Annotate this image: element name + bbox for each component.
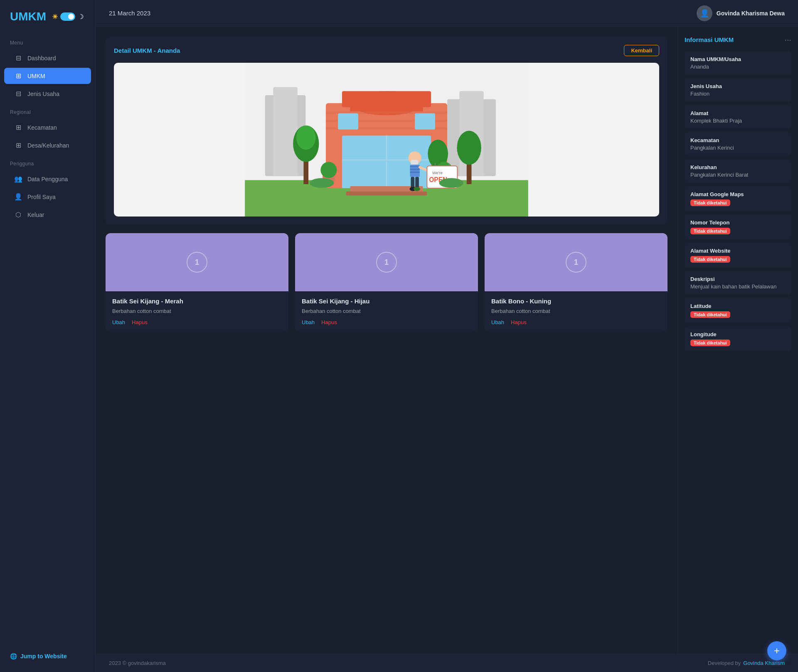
info-item: KecamatanPangkalan Kerinci [685,132,791,156]
product-info: Batik Sei Kijang - Hijau Berbahan cotton… [295,291,478,332]
jump-to-website-label: Jump to Website [20,653,67,660]
badge-tidak-diketahui: Tidak diketahui [690,228,730,234]
info-item: LongitudeTidak diketahui [685,326,791,351]
hapus-button[interactable]: Hapus [511,319,527,325]
ubah-button[interactable]: Ubah [112,319,125,325]
product-info: Batik Bono - Kuning Berbahan cotton comb… [485,291,667,332]
ubah-button[interactable]: Ubah [491,319,504,325]
info-item-label: Kelurahan [690,164,786,170]
info-item-label: Kecamatan [690,137,786,143]
kembali-button[interactable]: Kembali [624,45,659,56]
info-item-label: Alamat Google Maps [690,191,786,197]
sidebar-item-label: Jenis Usaha [27,91,59,97]
footer-developed-by: Developed by [708,660,741,666]
fab-button[interactable]: + [767,641,786,660]
footer-dev-link[interactable]: Govinda Kharism [743,660,785,666]
keluar-icon: ⬡ [14,211,22,219]
sidebar-item-umkm[interactable]: ⊞ UMKM [4,68,91,84]
data-pengguna-icon: 👥 [14,175,22,183]
product-desc: Berbahan cotton combat [302,308,471,314]
info-item-label: Longitude [690,331,786,337]
sidebar-item-profil-saya[interactable]: 👤 Profil Saya [4,189,91,205]
info-panel-header: Informasi UMKM ··· [685,35,791,44]
info-fields-container: Nama UMKM/UsahaAnandaJenis UsahaFashionA… [685,51,791,351]
info-item: Alamat Google MapsTidak diketahui [685,186,791,211]
sidebar-item-kecamatan[interactable]: ⊞ Kecamatan [4,119,91,135]
sidebar-item-desa[interactable]: ⊞ Desa/Kelurahan [4,137,91,153]
svg-rect-32 [411,160,418,165]
topbar-date: 21 March 2023 [109,10,150,17]
store-image: We're OPEN [114,63,659,217]
avatar: 👤 [697,5,712,21]
sidebar-item-label: Desa/Kelurahan [27,142,69,149]
product-actions: Ubah Hapus [302,319,471,325]
svg-rect-37 [411,177,414,188]
sidebar: UMKM ☀ ☽ Menu ⊟ Dashboard ⊞ UMKM ⊟ Jenis… [0,0,96,672]
sidebar-logo: UMKM ☀ ☽ [0,10,95,33]
info-item-label: Latitude [690,303,786,309]
product-num-circle: 1 [376,252,397,273]
desa-icon: ⊞ [14,141,22,149]
info-item-value: Fashion [690,91,786,97]
svg-point-48 [439,178,463,188]
umkm-icon: ⊞ [14,72,22,80]
jenis-usaha-icon: ⊟ [14,90,22,98]
product-num-circle: 1 [566,252,586,273]
sidebar-item-label: Kecamatan [27,124,57,131]
right-panel: Informasi UMKM ··· Nama UMKM/UsahaAnanda… [677,27,798,654]
info-item-label: Nomor Telepon [690,219,786,226]
svg-rect-35 [410,169,419,170]
ubah-button[interactable]: Ubah [302,319,315,325]
info-item: DeskripsiMenjual kain bahan batik Pelala… [685,271,791,295]
detail-card: Detail UMKM - Ananda Kembali [106,37,667,225]
info-item-label: Alamat Website [690,248,786,254]
info-item-label: Nama UMKM/Usaha [690,56,786,62]
sidebar-item-jenis-usaha[interactable]: ⊟ Jenis Usaha [4,86,91,102]
product-image: 1 [295,233,478,291]
product-image: 1 [485,233,667,291]
hapus-button[interactable]: Hapus [132,319,148,325]
svg-rect-14 [415,113,435,130]
detail-card-header: Detail UMKM - Ananda Kembali [114,45,659,56]
store-illustration: We're OPEN [114,63,659,217]
badge-tidak-diketahui: Tidak diketahui [690,311,730,318]
moon-icon: ☽ [78,13,84,21]
footer-dev: Developed by Govinda Kharism [708,660,785,666]
topbar-user[interactable]: 👤 Govinda Kharisma Dewa [697,5,785,21]
product-name: Batik Bono - Kuning [491,297,661,305]
topbar: 21 March 2023 👤 Govinda Kharisma Dewa [96,0,798,27]
product-image: 1 [106,233,288,291]
svg-point-26 [457,131,481,165]
toggle-switch[interactable] [60,12,75,21]
center-panel: Detail UMKM - Ananda Kembali [96,27,677,654]
info-item: Nomor TeleponTidak diketahui [685,214,791,239]
info-item-value: Pangkalan Kerinci Barat [690,172,786,178]
sidebar-item-dashboard[interactable]: ⊟ Dashboard [4,50,91,66]
info-dots-button[interactable]: ··· [784,35,791,44]
product-actions: Ubah Hapus [112,319,282,325]
sidebar-item-label: Data Pengguna [27,176,68,182]
svg-rect-36 [410,172,419,173]
product-desc: Berbahan cotton combat [112,308,282,314]
sidebar-item-label: Profil Saya [27,194,56,200]
sidebar-item-data-pengguna[interactable]: 👥 Data Pengguna [4,171,91,187]
content-area: Detail UMKM - Ananda Kembali [96,27,798,654]
info-item-label: Deskripsi [690,276,786,282]
products-grid: 1 Batik Sei Kijang - Merah Berbahan cott… [106,233,667,332]
info-item: Nama UMKM/UsahaAnanda [685,51,791,75]
product-name: Batik Sei Kijang - Hijau [302,297,471,305]
sidebar-item-label: Dashboard [27,55,56,62]
sidebar-item-label: UMKM [27,73,45,79]
sidebar-footer: 🌐 Jump to Website [0,645,95,672]
hapus-button[interactable]: Hapus [321,319,337,325]
svg-rect-34 [410,166,419,167]
info-item: Alamat WebsiteTidak diketahui [685,243,791,268]
sidebar-item-keluar[interactable]: ⬡ Keluar [4,207,91,223]
dashboard-icon: ⊟ [14,54,22,62]
svg-text:We're: We're [432,170,443,175]
svg-rect-13 [338,113,358,130]
jump-to-website-link[interactable]: 🌐 Jump to Website [10,653,85,660]
info-item-value: Menjual kain bahan batik Pelalawan [690,283,786,290]
info-item-label: Alamat [690,110,786,116]
info-item-value: Ananda [690,64,786,70]
